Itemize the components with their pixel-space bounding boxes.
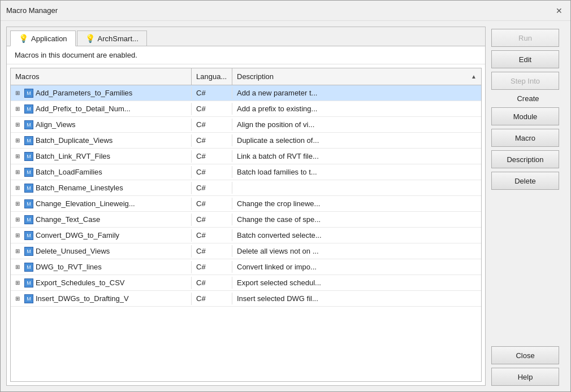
row-macro-name: ⊞ M Batch_Rename_Linestyles — [11, 182, 192, 194]
help-button[interactable]: Help — [491, 368, 559, 386]
table-row[interactable]: ⊞ M Align_Views C# Align the position of… — [11, 117, 481, 133]
content-area: 💡 Application 💡 ArchSmart... Macros in t… — [1, 21, 570, 391]
description-button[interactable]: Description — [491, 150, 559, 168]
row-description: Convert linked or impo... — [232, 261, 481, 273]
macro-table: Macros Langua... Description ▲ ⊞ M Add_P… — [10, 68, 482, 382]
row-macro-name: ⊞ M DWG_to_RVT_lines — [11, 261, 192, 273]
macro-type-icon: M — [24, 89, 33, 98]
row-language: C# — [192, 87, 232, 99]
edit-button[interactable]: Edit — [491, 50, 559, 68]
delete-button[interactable]: Delete — [491, 172, 559, 190]
row-language: C# — [192, 119, 232, 130]
expand-icon: ⊞ — [15, 153, 22, 159]
expand-icon: ⊞ — [15, 169, 22, 175]
row-macro-name: ⊞ M Convert_DWG_to_Family — [11, 229, 192, 242]
tab-archsmart[interactable]: 💡 ArchSmart... — [77, 31, 147, 46]
macro-button[interactable]: Macro — [491, 129, 559, 147]
macro-type-icon: M — [24, 199, 33, 208]
macro-type-icon: M — [24, 120, 33, 129]
table-body[interactable]: ⊞ M Add_Parameters_to_Families C# Add a … — [11, 85, 481, 381]
expand-icon: ⊞ — [15, 137, 22, 143]
row-language: C# — [192, 214, 232, 225]
row-description: Delete all views not on ... — [232, 245, 481, 257]
row-language: C# — [192, 182, 232, 194]
table-row[interactable]: ⊞ M Convert_DWG_to_Family C# Batch conve… — [11, 228, 481, 243]
macro-type-icon: M — [24, 168, 33, 177]
macro-type-icon: M — [24, 247, 33, 256]
table-row[interactable]: ⊞ M Batch_Link_RVT_Files C# Link a batch… — [11, 149, 481, 164]
row-macro-name: ⊞ M Export_Schedules_to_CSV — [11, 277, 192, 289]
macro-type-icon: M — [24, 215, 33, 224]
application-tab-label: Application — [31, 34, 67, 43]
row-macro-name: ⊞ M Batch_Link_RVT_Files — [11, 150, 192, 163]
row-macro-name: ⊞ M Add_Parameters_to_Families — [11, 87, 192, 99]
table-header: Macros Langua... Description ▲ — [11, 68, 481, 85]
archsmart-tab-label: ArchSmart... — [98, 34, 139, 43]
expand-icon: ⊞ — [15, 248, 22, 254]
table-row[interactable]: ⊞ M Batch_Duplicate_Views C# Duplicate a… — [11, 133, 481, 149]
row-description: Change the case of spe... — [232, 214, 481, 225]
row-language: C# — [192, 166, 232, 178]
expand-icon: ⊞ — [15, 232, 22, 238]
table-row[interactable]: ⊞ M Batch_Rename_Linestyles C# — [11, 180, 481, 196]
expand-icon: ⊞ — [15, 185, 22, 191]
tab-application[interactable]: 💡 Application — [10, 31, 76, 46]
row-macro-name: ⊞ M Align_Views — [11, 119, 192, 131]
row-description — [232, 186, 481, 190]
expand-icon: ⊞ — [15, 90, 22, 96]
archsmart-tab-icon: 💡 — [85, 34, 95, 43]
expand-icon: ⊞ — [15, 121, 22, 128]
row-description: Link a batch of RVT file... — [232, 150, 481, 162]
macro-type-icon: M — [24, 278, 33, 288]
header-description: Description ▲ — [232, 68, 481, 85]
header-language: Langua... — [192, 68, 232, 85]
expand-icon: ⊞ — [15, 295, 22, 302]
row-language: C# — [192, 261, 232, 273]
table-row[interactable]: ⊞ M Change_Elevation_Lineweig... C# Chan… — [11, 196, 481, 212]
row-description: Change the crop linewe... — [232, 198, 481, 210]
row-language: C# — [192, 150, 232, 162]
macro-type-icon: M — [24, 136, 33, 145]
row-language: C# — [192, 134, 232, 146]
step-into-button[interactable]: Step Into — [491, 72, 559, 90]
row-macro-name: ⊞ M Delete_Unused_Views — [11, 245, 192, 258]
macro-type-icon: M — [24, 263, 33, 272]
row-description: Align the position of vi... — [232, 119, 481, 130]
row-language: C# — [192, 103, 232, 115]
row-description: Export selected schedul... — [232, 277, 481, 289]
row-language: C# — [192, 245, 232, 257]
expand-icon: ⊞ — [15, 264, 22, 270]
table-row[interactable]: ⊞ M Delete_Unused_Views C# Delete all vi… — [11, 243, 481, 259]
row-language: C# — [192, 198, 232, 210]
row-macro-name: ⊞ M Add_Prefix_to_Detail_Num... — [11, 103, 192, 115]
close-window-button[interactable]: ✕ — [553, 5, 565, 16]
table-row[interactable]: ⊞ M Batch_LoadFamilies C# Batch load fam… — [11, 164, 481, 180]
expand-icon: ⊞ — [15, 216, 22, 223]
row-description: Batch converted selecte... — [232, 229, 481, 241]
create-label: Create — [491, 93, 565, 104]
run-button[interactable]: Run — [491, 29, 559, 47]
expand-icon: ⊞ — [15, 106, 22, 112]
table-row[interactable]: ⊞ M DWG_to_RVT_lines C# Convert linked o… — [11, 259, 481, 275]
row-language: C# — [192, 277, 232, 289]
close-button[interactable]: Close — [491, 346, 559, 364]
table-row[interactable]: ⊞ M Export_Schedules_to_CSV C# Export se… — [11, 275, 481, 291]
table-row[interactable]: ⊞ M Add_Parameters_to_Families C# Add a … — [11, 85, 481, 101]
table-row[interactable]: ⊞ M Add_Prefix_to_Detail_Num... C# Add a… — [11, 101, 481, 117]
row-description: Add a prefix to existing... — [232, 103, 481, 115]
row-language: C# — [192, 229, 232, 241]
module-button[interactable]: Module — [491, 107, 559, 125]
application-tab-icon: 💡 — [19, 34, 28, 43]
row-description: Batch load families to t... — [232, 166, 481, 178]
title-bar: Macro Manager ✕ — [1, 1, 570, 21]
row-macro-name: ⊞ M Batch_LoadFamilies — [11, 166, 192, 178]
table-row[interactable]: ⊞ M Change_Text_Case C# Change the case … — [11, 212, 481, 228]
row-macro-name: ⊞ M Change_Elevation_Lineweig... — [11, 198, 192, 210]
macro-type-icon: M — [24, 184, 33, 193]
table-row[interactable]: ⊞ M Insert_DWGs_to_Drafting_V C# Insert … — [11, 291, 481, 307]
sidebar: Run Edit Step Into Create Module Macro D… — [491, 27, 565, 386]
sort-arrow-icon: ▲ — [471, 73, 477, 80]
main-panel: 💡 Application 💡 ArchSmart... Macros in t… — [6, 27, 486, 386]
macro-type-icon: M — [24, 152, 33, 161]
header-macros: Macros — [11, 68, 192, 85]
